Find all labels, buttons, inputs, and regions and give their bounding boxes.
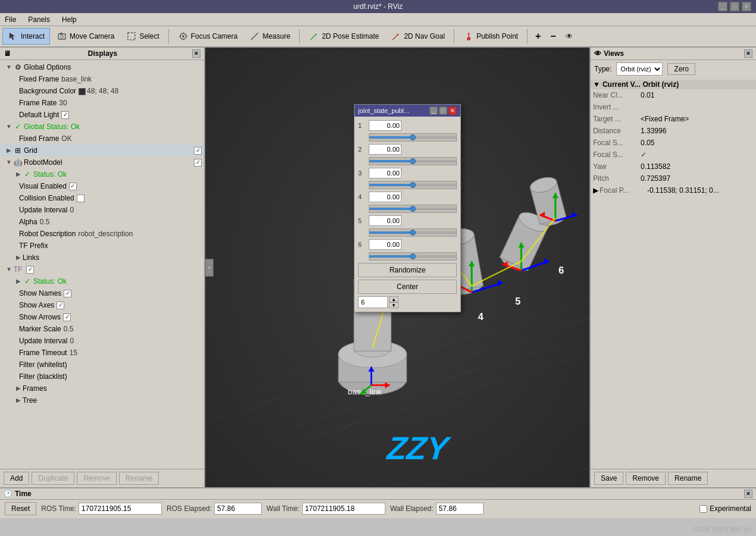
joint-2-slider[interactable]	[369, 157, 457, 165]
add-button[interactable]: Add	[4, 472, 29, 485]
focal-point-expander[interactable]: ▶	[593, 185, 598, 196]
rename-button[interactable]: Rename	[119, 472, 159, 485]
show-arrows-row[interactable]: Show Arrows ✓	[0, 311, 204, 323]
tf-status-row[interactable]: ▶ ✓ Status: Ok	[0, 275, 204, 287]
filter-blacklist-row[interactable]: Filter (blacklist)	[0, 371, 204, 383]
global-status-expander[interactable]: ▼	[5, 121, 13, 132]
publish-point-button[interactable]: Publish Point	[458, 28, 523, 45]
focus-camera-button[interactable]: Focus Camera	[172, 28, 243, 45]
show-arrows-checkbox[interactable]: ✓	[63, 314, 71, 321]
maximize-btn[interactable]: □	[730, 2, 739, 11]
move-camera-button[interactable]: Move Camera	[51, 28, 120, 45]
2d-pose-button[interactable]: 2D Pose Estimate	[303, 28, 384, 45]
views-rename-button[interactable]: Rename	[668, 472, 708, 485]
tf-row[interactable]: ▼ TF ✓	[0, 264, 204, 275]
robot-status-expander[interactable]: ▶	[14, 169, 23, 180]
joint-2-thumb[interactable]	[410, 158, 416, 164]
dialog-close-button[interactable]: ✕	[448, 106, 457, 115]
remove-display-button[interactable]: −	[546, 28, 560, 45]
spinbox-down-button[interactable]: ▼	[389, 302, 399, 308]
views-panel-close[interactable]: ✕	[744, 49, 752, 58]
joint-6-value[interactable]: 0.00	[369, 239, 401, 250]
default-light-checkbox[interactable]: ✓	[61, 111, 69, 119]
tf-prefix-row[interactable]: TF Prefix	[0, 240, 204, 252]
grid-row[interactable]: ▶ ⊞ Grid ✓	[0, 145, 204, 156]
joint-6-slider[interactable]	[369, 252, 457, 261]
robot-description-row[interactable]: Robot Description robot_description	[0, 228, 204, 240]
robot-model-row[interactable]: ▼ 🤖 RobotModel ✓	[0, 156, 204, 168]
viewport-collapse-button[interactable]: ‹	[205, 259, 214, 277]
joint-1-slider[interactable]	[369, 133, 457, 142]
time-panel-close[interactable]: ✕	[744, 490, 752, 498]
menu-help[interactable]: Help	[59, 15, 79, 24]
show-names-row[interactable]: Show Names ✓	[0, 287, 204, 299]
randomize-button[interactable]: Randomize	[358, 263, 457, 277]
collision-enabled-row[interactable]: Collision Enabled	[0, 192, 204, 204]
tf-status-expander[interactable]: ▶	[14, 276, 23, 287]
global-options-expander[interactable]: ▼	[5, 62, 13, 73]
frames-expander[interactable]: ▶	[14, 383, 23, 394]
joint-4-value[interactable]: 0.00	[369, 192, 401, 202]
filter-whitelist-row[interactable]: Filter (whitelist)	[0, 359, 204, 371]
show-axes-checkbox[interactable]: ✓	[57, 302, 64, 309]
zero-button[interactable]: Zero	[667, 63, 695, 75]
spinbox-up-button[interactable]: ▲	[389, 296, 399, 302]
interact-button[interactable]: Interact	[2, 28, 50, 45]
joint-5-thumb[interactable]	[410, 230, 416, 236]
joint-4-thumb[interactable]	[410, 206, 416, 212]
fixed-frame-global-row[interactable]: Fixed Frame base_link	[0, 73, 204, 85]
tf-expander[interactable]: ▼	[5, 264, 13, 275]
links-row[interactable]: ▶ Links	[0, 252, 204, 264]
update-interval-tf-row[interactable]: Update Interval 0	[0, 335, 204, 347]
joint-5-slider[interactable]	[369, 228, 457, 237]
current-view-expander[interactable]: ▼	[593, 80, 600, 89]
robot-model-expander[interactable]: ▼	[5, 157, 13, 168]
center-button[interactable]: Center	[358, 280, 457, 294]
duplicate-button[interactable]: Duplicate	[32, 472, 74, 485]
frame-timeout-row[interactable]: Frame Timeout 15	[0, 347, 204, 359]
measure-button[interactable]: Measure	[244, 28, 296, 45]
experimental-checkbox[interactable]	[699, 505, 707, 513]
alpha-row[interactable]: Alpha 0.5	[0, 216, 204, 228]
joint-3-thumb[interactable]	[410, 182, 416, 188]
view-button[interactable]: 👁	[561, 28, 577, 45]
views-remove-button[interactable]: Remove	[626, 472, 666, 485]
show-names-checkbox[interactable]: ✓	[64, 290, 71, 297]
joint-3-slider[interactable]	[369, 181, 457, 189]
update-interval-robot-row[interactable]: Update Interval 0	[0, 204, 204, 216]
joint-2-value[interactable]: 0.00	[369, 144, 401, 155]
window-controls[interactable]: _ □ ✕	[718, 2, 751, 11]
2d-nav-button[interactable]: 2D Nav Goal	[385, 28, 450, 45]
remove-button[interactable]: Remove	[77, 472, 117, 485]
visual-enabled-checkbox[interactable]: ✓	[69, 183, 77, 190]
dialog-min-button[interactable]: _	[429, 106, 438, 115]
collision-enabled-checkbox[interactable]	[77, 195, 84, 202]
viewport[interactable]: 3 2 4 5 6 base_link ZZY ‹ joint_state_pu…	[205, 48, 589, 487]
bg-color-row[interactable]: Background Color 48; 48; 48	[0, 85, 204, 97]
select-button[interactable]: Select	[121, 28, 164, 45]
joint-1-thumb[interactable]	[410, 134, 416, 140]
joint-1-value[interactable]: 0.00	[369, 120, 401, 131]
fixed-frame-status-row[interactable]: Fixed Frame OK	[0, 133, 204, 145]
global-status-row[interactable]: ▼ ✓ Global Status: Ok	[0, 121, 204, 133]
visual-enabled-row[interactable]: Visual Enabled ✓	[0, 180, 204, 192]
minimize-btn[interactable]: _	[718, 2, 727, 11]
joint-count-input[interactable]	[358, 296, 388, 308]
joint-3-value[interactable]: 0.00	[369, 168, 401, 178]
show-axes-row[interactable]: Show Axes ✓	[0, 299, 204, 311]
close-btn[interactable]: ✕	[742, 2, 751, 11]
marker-scale-row[interactable]: Marker Scale 0.5	[0, 323, 204, 335]
joint-4-slider[interactable]	[369, 205, 457, 213]
views-save-button[interactable]: Save	[594, 472, 623, 485]
default-light-row[interactable]: Default Light ✓	[0, 109, 204, 121]
grid-checkbox[interactable]: ✓	[194, 147, 202, 155]
tree-row[interactable]: ▶ Tree	[0, 394, 204, 406]
global-options-row[interactable]: ▼ ⚙ Global Options	[0, 61, 204, 73]
frames-row[interactable]: ▶ Frames	[0, 383, 204, 394]
grid-expander[interactable]: ▶	[5, 145, 13, 156]
links-expander[interactable]: ▶	[14, 252, 23, 263]
reset-button[interactable]: Reset	[5, 502, 36, 515]
tf-checkbox[interactable]: ✓	[26, 266, 34, 274]
robot-model-checkbox[interactable]: ✓	[194, 159, 202, 167]
menu-panels[interactable]: Panels	[26, 15, 52, 24]
